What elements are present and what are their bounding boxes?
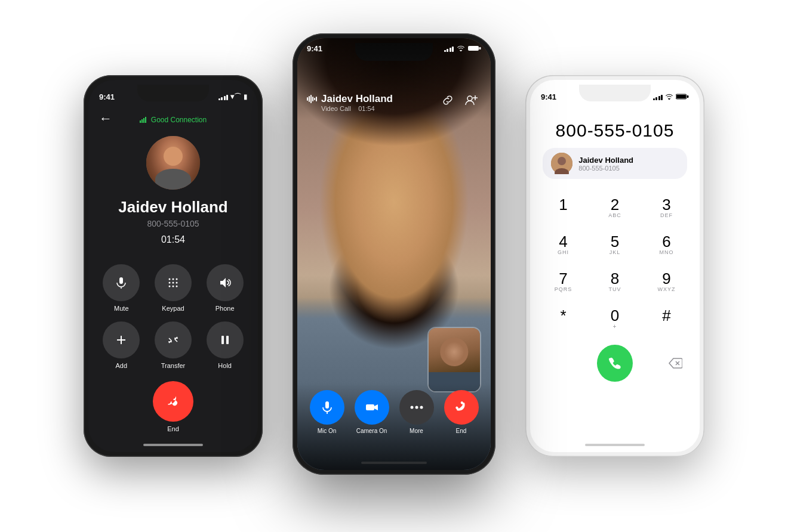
- dial-delete-button[interactable]: [663, 350, 688, 376]
- battery-icon-left: ▮: [244, 93, 247, 101]
- add-icon: [115, 333, 128, 347]
- keypad-icon-circle: [155, 264, 192, 301]
- call-screen-dark: 9:41 ▾⌒ ▮ ←: [88, 80, 258, 452]
- phone-right-inner: 9:41: [530, 80, 700, 452]
- add-icon-circle: [103, 321, 140, 358]
- key-1[interactable]: 1: [538, 191, 588, 225]
- video-call-screen: 9:41: [297, 38, 491, 470]
- mic-on-button[interactable]: Mic On: [310, 390, 344, 434]
- dialer-actions: [530, 345, 700, 382]
- dialer-screen: 9:41: [530, 80, 700, 452]
- more-button[interactable]: More: [399, 390, 434, 434]
- key-letters-2: ABC: [608, 212, 621, 219]
- time-center: 9:41: [307, 44, 322, 53]
- time-right: 9:41: [541, 92, 556, 101]
- video-call-type: Video Call: [321, 105, 351, 112]
- end-call-center-circle: [444, 390, 479, 425]
- contact-pill-avatar-img: [551, 153, 572, 174]
- key-letters-0: +: [613, 323, 617, 330]
- dial-call-icon: [607, 355, 623, 371]
- key-star[interactable]: *: [538, 302, 588, 336]
- end-call-button[interactable]: [153, 381, 193, 422]
- svg-point-14: [176, 286, 177, 287]
- add-participants-button[interactable]: [462, 91, 481, 110]
- end-call-center-icon: [454, 400, 469, 415]
- end-call-center-button[interactable]: End: [444, 390, 479, 434]
- svg-rect-37: [676, 95, 686, 98]
- camera-on-button[interactable]: Camera On: [355, 390, 389, 434]
- more-icon: [410, 405, 424, 410]
- key-digit-hash: #: [662, 308, 670, 323]
- svg-rect-25: [314, 98, 315, 100]
- hold-label: Hold: [218, 362, 232, 369]
- link-icon: [442, 95, 453, 106]
- phone-speaker-button[interactable]: Phone: [204, 264, 246, 312]
- svg-rect-24: [312, 97, 313, 101]
- key-0[interactable]: 0 +: [590, 302, 640, 336]
- phone-left: 9:41 ▾⌒ ▮ ←: [84, 75, 263, 457]
- key-5[interactable]: 5 JKL: [590, 228, 640, 262]
- signal-icon: [140, 117, 148, 123]
- svg-rect-1: [141, 119, 143, 123]
- svg-point-40: [558, 157, 566, 165]
- phones-container: 9:41 ▾⌒ ▮ ←: [66, 21, 722, 511]
- controls-grid-left: Mute Keypad: [88, 264, 258, 369]
- phone-left-inner: 9:41 ▾⌒ ▮ ←: [88, 80, 258, 452]
- transfer-button[interactable]: Transfer: [152, 321, 195, 369]
- svg-point-31: [410, 406, 413, 409]
- key-letters-6: MNO: [660, 249, 674, 256]
- svg-point-9: [168, 282, 170, 284]
- key-6[interactable]: 6 MNO: [642, 228, 691, 262]
- mic-on-label: Mic On: [318, 428, 337, 434]
- status-icons-center: [444, 45, 482, 53]
- svg-point-10: [172, 282, 174, 284]
- svg-rect-26: [316, 97, 317, 101]
- key-8[interactable]: 8 TUV: [590, 265, 640, 299]
- key-digit-9: 9: [662, 271, 670, 286]
- link-button[interactable]: [438, 91, 457, 110]
- caller-name-left: Jaidev Holland: [118, 198, 228, 216]
- contact-pill[interactable]: Jaidev Holland 800-555-0105: [543, 148, 687, 179]
- video-controls: Mic On Camera On: [297, 383, 491, 470]
- caller-number-left: 800-555-0105: [147, 219, 199, 228]
- signal-bars-center: [444, 45, 454, 52]
- mute-icon-circle: [103, 264, 140, 301]
- camera-on-circle: [355, 390, 389, 425]
- connection-status: Good Connection: [140, 116, 207, 124]
- hold-button[interactable]: Hold: [204, 321, 246, 369]
- video-caller-name: Jaidev Holland: [321, 93, 393, 105]
- key-hash[interactable]: #: [642, 302, 691, 336]
- dial-call-button[interactable]: [597, 345, 633, 382]
- key-digit-1: 1: [559, 197, 567, 212]
- key-digit-7: 7: [559, 271, 567, 286]
- dialer-phone-number: 800-555-0105: [556, 120, 675, 141]
- signal-bars-right: [653, 94, 663, 100]
- svg-rect-30: [366, 404, 374, 410]
- contact-pill-info: Jaidev Holland 800-555-0105: [578, 156, 633, 172]
- keypad-button[interactable]: Keypad: [152, 264, 195, 312]
- key-9[interactable]: 9 WXYZ: [642, 265, 691, 299]
- contact-pill-name: Jaidev Holland: [578, 156, 633, 165]
- key-4[interactable]: 4 GHI: [538, 228, 588, 262]
- mute-button[interactable]: Mute: [100, 264, 143, 312]
- svg-point-8: [176, 279, 177, 280]
- phone-center-inner: 9:41: [297, 38, 491, 470]
- key-letters-3: DEF: [660, 212, 673, 219]
- hold-icon-circle: [207, 321, 244, 358]
- key-digit-5: 5: [611, 234, 619, 249]
- svg-rect-28: [325, 401, 329, 409]
- more-label: More: [410, 428, 423, 434]
- key-digit-0: 0: [611, 308, 619, 323]
- video-caller-info: Jaidev Holland: [307, 93, 393, 105]
- add-call-button[interactable]: Add: [100, 321, 143, 369]
- key-2[interactable]: 2 ABC: [590, 191, 640, 225]
- keypad-icon: [167, 277, 179, 289]
- key-3[interactable]: 3 DEF: [642, 191, 691, 225]
- svg-point-27: [467, 96, 472, 101]
- key-7[interactable]: 7 PQRS: [538, 265, 588, 299]
- svg-rect-18: [226, 336, 229, 344]
- key-letters-8: TUV: [609, 286, 621, 293]
- svg-point-7: [172, 279, 174, 280]
- home-bar-left: [143, 444, 203, 446]
- back-button[interactable]: ←: [99, 111, 112, 126]
